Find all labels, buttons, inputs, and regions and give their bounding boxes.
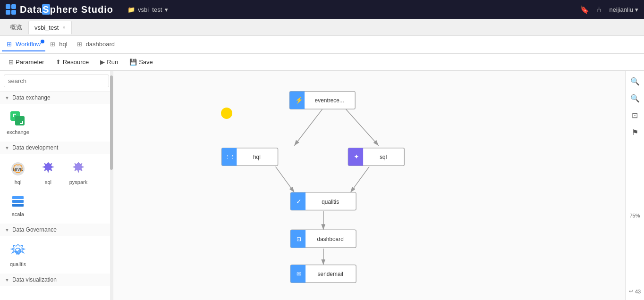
undo-icon: ↩ <box>629 288 633 294</box>
subtab-workflow-dot <box>41 40 44 43</box>
subtab-bar: ⊞ Workflow ⊞ hql ⊞ dashboard <box>0 36 644 54</box>
tab-active-label: vsbi_test <box>34 24 59 31</box>
sidebar-item-pyspark[interactable]: pyspark <box>64 158 93 188</box>
hql-icon: HIVE <box>9 160 26 177</box>
pyspark-label: pyspark <box>69 179 88 185</box>
fit-button[interactable]: ⊡ <box>628 108 642 122</box>
subtab-dashboard-label: dashboard <box>86 41 115 48</box>
project-dropdown-icon[interactable]: ▾ <box>165 6 168 13</box>
section-title-exchange: Data exchange <box>12 94 51 101</box>
subtab-dashboard[interactable]: ⊞ dashboard <box>72 38 119 51</box>
node-dashboard[interactable]: ⊡ dashboard <box>290 230 356 248</box>
sidebar-item-hql[interactable]: HIVE hql <box>4 158 32 188</box>
logo-text: DataSphere Studio <box>20 4 113 15</box>
zoom-in-icon: 🔍 <box>630 77 640 86</box>
node-hql[interactable]: ⋮⋮ hql <box>222 148 278 166</box>
sidebar-section-data-governance[interactable]: ▼ Data Governance <box>0 224 113 236</box>
section-title-governance: Data Governance <box>12 226 57 233</box>
project-name: vsbi_test <box>138 6 162 13</box>
exchange-label: exchange <box>7 129 29 135</box>
resource-button[interactable]: ⬆ Resource <box>51 57 94 67</box>
sidebar-scrollbar[interactable] <box>110 71 113 300</box>
sidebar-item-exchange[interactable]: exchange <box>4 108 32 138</box>
topbar: DataSphere Studio 📁 vsbi_test ▾ 🔖 ⑃ neij… <box>0 0 644 19</box>
sidebar-scrollbar-thumb <box>110 75 113 170</box>
save-icon: 💾 <box>129 58 137 66</box>
svg-text:✓: ✓ <box>296 198 302 205</box>
sidebar-section-data-visualization[interactable]: ▼ Data visualization <box>0 274 113 286</box>
sidebar-items-governance: qualitis <box>0 236 113 274</box>
svg-rect-11 <box>303 92 305 109</box>
svg-rect-4 <box>12 196 24 199</box>
user-name: neijianliu <box>609 6 633 13</box>
parameter-button[interactable]: ⊞ Parameter <box>4 57 49 67</box>
scala-icon <box>9 192 26 209</box>
cursor-indicator <box>221 108 232 119</box>
zoom-out-icon: 🔍 <box>630 94 640 103</box>
svg-text:✦: ✦ <box>354 153 359 160</box>
svg-rect-5 <box>12 200 24 203</box>
node-sql[interactable]: ✦ sql <box>348 148 404 166</box>
zoom-out-button[interactable]: 🔍 <box>628 92 642 105</box>
bookmark-icon[interactable]: 🔖 <box>580 5 589 14</box>
section-arrow-development: ▼ <box>5 145 9 150</box>
logo: DataSphere Studio <box>6 4 113 15</box>
project-icon: 📁 <box>127 6 135 13</box>
edge-eventrece-hql <box>294 109 322 145</box>
subtab-workflow[interactable]: ⊞ Workflow <box>2 38 45 51</box>
right-panel: 🔍 🔍 ⊡ ⚑ 75% ↩ 43 <box>625 71 644 300</box>
pyspark-icon <box>70 160 87 177</box>
run-icon: ▶ <box>100 58 105 66</box>
svg-text:⊡: ⊡ <box>297 236 301 242</box>
node-dashboard-label: dashboard <box>317 236 344 242</box>
svg-text:✉: ✉ <box>297 271 301 277</box>
sidebar-items-development: HIVE hql sql <box>0 154 113 224</box>
tab-overview[interactable]: 概览 <box>4 20 28 34</box>
zoom-level: 75% <box>629 209 640 218</box>
section-arrow-visualization: ▼ <box>5 277 9 283</box>
project-selector[interactable]: 📁 vsbi_test ▾ <box>127 6 168 13</box>
node-sendemail-label: sendemail <box>318 271 343 277</box>
subtab-hql[interactable]: ⊞ hql <box>45 38 72 51</box>
flag-button[interactable]: ⚑ <box>628 125 642 139</box>
toolbar: ⊞ Parameter ⬆ Resource ▶ Run 💾 Save <box>0 54 644 71</box>
tab-active[interactable]: vsbi_test × <box>28 21 72 34</box>
sidebar-item-qualitis[interactable]: qualitis <box>4 240 32 270</box>
hql-label: hql <box>15 179 22 185</box>
svg-text:⚡: ⚡ <box>295 96 304 104</box>
node-sendemail[interactable]: ✉ sendemail <box>290 265 356 283</box>
sql-icon <box>40 160 57 177</box>
run-button[interactable]: ▶ Run <box>95 57 123 67</box>
user-dropdown-icon: ▾ <box>635 6 638 13</box>
page-number: 43 <box>635 289 641 294</box>
run-label: Run <box>107 58 118 66</box>
exchange-icon <box>9 110 26 127</box>
svg-rect-31 <box>304 265 305 283</box>
edge-eventrece-sql <box>346 109 378 145</box>
resource-label: Resource <box>63 58 89 66</box>
save-label: Save <box>139 58 153 66</box>
sidebar-section-data-development[interactable]: ▼ Data development <box>0 142 113 154</box>
qualitis-icon <box>9 242 26 259</box>
save-button[interactable]: 💾 Save <box>125 57 158 67</box>
sidebar-section-data-exchange[interactable]: ▼ Data exchange <box>0 92 113 104</box>
github-icon[interactable]: ⑃ <box>597 5 602 14</box>
search-input[interactable] <box>4 75 109 87</box>
svg-rect-19 <box>361 148 363 166</box>
sidebar-item-scala[interactable]: scala <box>4 190 32 220</box>
parameter-icon: ⊞ <box>8 58 14 66</box>
tab-close-button[interactable]: × <box>62 25 65 30</box>
zoom-in-button[interactable]: 🔍 <box>628 75 642 88</box>
svg-text:⋮⋮: ⋮⋮ <box>225 154 235 160</box>
node-qualitis[interactable]: ✓ qualitis <box>290 192 356 210</box>
sidebar-items-exchange: exchange <box>0 104 113 142</box>
node-qualitis-label: qualitis <box>322 199 339 205</box>
canvas-area[interactable]: ⚡ eventrece... ⋮⋮ hql ✦ sql <box>113 71 625 300</box>
tab-overview-label: 概览 <box>10 23 22 32</box>
user-menu[interactable]: neijianliu ▾ <box>609 6 638 13</box>
node-eventrece[interactable]: ⚡ eventrece... <box>289 92 355 109</box>
svg-rect-6 <box>12 204 24 207</box>
sidebar-item-sql[interactable]: sql <box>34 158 62 188</box>
workflow-svg: ⚡ eventrece... ⋮⋮ hql ✦ sql <box>113 71 625 300</box>
node-hql-label: hql <box>253 154 261 160</box>
